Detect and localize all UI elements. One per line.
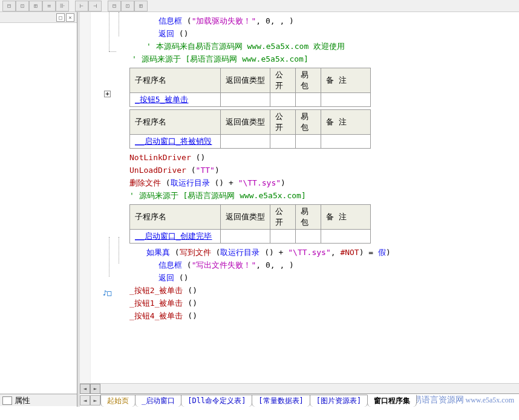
properties-label: 属性 [15, 395, 30, 406]
toolbar-btn[interactable]: ⊞ [134, 1, 148, 11]
toolbar-btn[interactable]: ⊪ [56, 1, 69, 11]
tab-start[interactable]: 起始页 [100, 395, 135, 407]
scroll-left-icon[interactable]: ◄ [80, 384, 90, 394]
toolbar-btn[interactable]: ⊢ [75, 1, 88, 11]
left-panel-body [0, 23, 77, 394]
toolbar-btn[interactable]: ⊞ [29, 1, 42, 11]
sub-table-2: 子程序名返回值类型公开易包备 注 __启动窗口_将被销毁 [129, 109, 371, 149]
panel-minimize-icon[interactable]: □ [56, 13, 65, 22]
toolbar-btn[interactable]: ≡ [42, 1, 56, 11]
toolbar-btn[interactable]: ⊟ [2, 1, 16, 11]
horizontal-scrollbar[interactable]: ◄ ► [80, 383, 519, 393]
tab-prev-icon[interactable]: ◄ [80, 395, 90, 405]
toolbar-btn[interactable]: ⊡ [16, 1, 29, 11]
tab-window-assembly[interactable]: 窗口程序集 [367, 395, 417, 407]
tree-col: + ♪□ [91, 12, 122, 383]
toolbar-btn[interactable]: ⊣ [88, 1, 102, 11]
left-panel-footer[interactable]: 属性 [0, 394, 77, 406]
toolbar: ⊟ ⊡ ⊞ ≡ ⊪ ⊢ ⊣ ⊟ ⊡ ⊞ [0, 0, 519, 12]
tab-dll[interactable]: [Dll命令定义表] [181, 395, 252, 407]
watermark: 易语言资源网www.e5a5x.com [413, 395, 514, 405]
tab-next-icon[interactable]: ► [90, 395, 100, 405]
panel-close-icon[interactable]: × [66, 13, 74, 22]
gutter [80, 12, 91, 383]
sub-name-link[interactable]: __启动窗口_将被销毁 [135, 137, 212, 146]
code-panel: + ♪□ 信息框 ("加载驱动失败！", 0, , ) 返回 () ' 本源码来… [80, 12, 519, 407]
properties-icon [2, 396, 12, 405]
code-body[interactable]: + ♪□ 信息框 ("加载驱动失败！", 0, , ) 返回 () ' 本源码来… [80, 12, 519, 383]
left-panel: □ × 属性 [0, 12, 77, 407]
sub-name-link[interactable]: __启动窗口_创建完毕 [135, 231, 212, 241]
toolbar-btn[interactable]: ⊡ [121, 1, 134, 11]
scroll-right-icon[interactable]: ► [90, 384, 100, 394]
sub-table-1: 子程序名返回值类型公开易包备 注 _按钮5_被单击 [129, 68, 371, 107]
tab-image[interactable]: [图片资源表] [310, 395, 368, 407]
expand-icon[interactable]: + [104, 91, 111, 97]
sub-table-3: 子程序名返回值类型公开易包备 注 __启动窗口_创建完毕 [129, 204, 371, 244]
breakpoint-icon[interactable]: ♪□ [103, 289, 111, 297]
sub-name-link[interactable]: _按钮5_被单击 [135, 95, 188, 104]
tab-startwindow[interactable]: _启动窗口 [135, 395, 181, 407]
tab-const[interactable]: [常量数据表] [252, 395, 310, 407]
toolbar-btn[interactable]: ⊟ [108, 1, 121, 11]
